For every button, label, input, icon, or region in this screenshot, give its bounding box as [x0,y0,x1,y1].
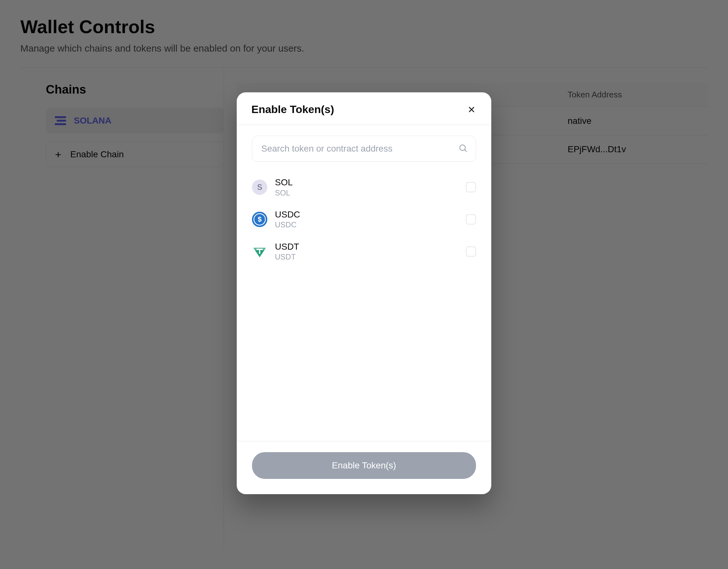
usdt-icon [252,244,267,259]
token-checkbox[interactable] [466,182,476,192]
token-row-usdt[interactable]: USDT USDT [252,235,476,268]
token-info: USDT USDT [275,241,458,262]
svg-point-2 [460,145,465,151]
token-row-usdc[interactable]: $ USDC USDC [252,203,476,235]
token-info: USDC USDC [275,209,458,230]
modal-title: Enable Token(s) [251,103,334,116]
token-info: SOL SOL [275,177,458,198]
svg-line-3 [465,150,467,152]
token-subtext: USDT [275,252,458,262]
token-subtext: SOL [275,188,458,198]
modal-body: S SOL SOL $ USDC [237,125,491,441]
modal-header: Enable Token(s) [237,92,491,125]
usdc-icon: $ [252,212,267,227]
token-symbol: USDT [275,241,458,252]
token-subtext: USDC [275,220,458,229]
sol-icon: S [252,179,267,195]
svg-rect-10 [259,249,260,254]
modal-overlay[interactable]: Enable Token(s) S [0,0,728,569]
token-row-sol[interactable]: S SOL SOL [252,171,476,203]
token-checkbox[interactable] [466,214,476,224]
token-symbol: USDC [275,209,458,220]
search-icon [458,143,468,154]
svg-text:$: $ [258,215,262,223]
modal-footer: Enable Token(s) [237,441,491,494]
search-field [252,136,476,162]
enable-tokens-modal: Enable Token(s) S [237,92,491,494]
close-icon [468,106,475,113]
token-checkbox[interactable] [466,246,476,256]
search-input[interactable] [252,136,476,162]
close-button[interactable] [466,104,477,115]
enable-tokens-button[interactable]: Enable Token(s) [252,452,476,479]
token-symbol: SOL [275,177,458,188]
